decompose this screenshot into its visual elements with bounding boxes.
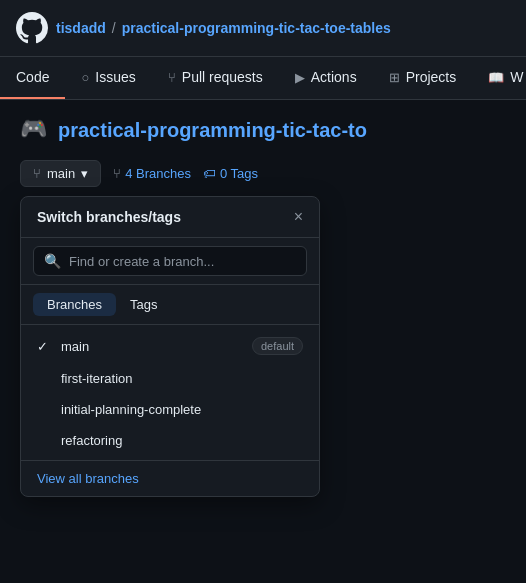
branches-count-link[interactable]: ⑂ 4 Branches bbox=[113, 166, 191, 181]
tab-wiki[interactable]: 📖 W bbox=[472, 57, 526, 99]
tags-count-link[interactable]: 🏷 0 Tags bbox=[203, 166, 258, 181]
nav-tabs: Code ○ Issues ⑂ Pull requests ▶ Actions … bbox=[0, 57, 526, 100]
tags-tab-label: Tags bbox=[130, 297, 157, 312]
projects-label: Projects bbox=[406, 69, 457, 85]
dropdown-header: Switch branches/tags × bbox=[21, 197, 319, 238]
view-all-branches-link[interactable]: View all branches bbox=[21, 460, 319, 496]
dropdown-tabs: Branches Tags bbox=[21, 285, 319, 325]
branch-item-initial-planning-left: initial-planning-complete bbox=[37, 402, 201, 417]
branch-label: main bbox=[47, 166, 75, 181]
tab-projects[interactable]: ⊞ Projects bbox=[373, 57, 473, 99]
tab-code[interactable]: Code bbox=[0, 57, 65, 99]
branch-item-main-left: ✓ main bbox=[37, 339, 89, 354]
tab-actions[interactable]: ▶ Actions bbox=[279, 57, 373, 99]
branch-item-first-iteration[interactable]: first-iteration bbox=[21, 363, 319, 394]
search-input-wrapper: 🔍 bbox=[33, 246, 307, 276]
actions-label: Actions bbox=[311, 69, 357, 85]
breadcrumb-user[interactable]: tisdadd bbox=[56, 20, 106, 36]
branch-item-initial-planning[interactable]: initial-planning-complete bbox=[21, 394, 319, 425]
pull-requests-icon: ⑂ bbox=[168, 70, 176, 85]
branch-dropdown: Switch branches/tags × 🔍 Branches Tags bbox=[20, 196, 320, 497]
branch-name-initial-planning: initial-planning-complete bbox=[61, 402, 201, 417]
branches-tab-label: Branches bbox=[47, 297, 102, 312]
branch-item-main[interactable]: ✓ main default bbox=[21, 329, 319, 363]
main-content: 🎮 practical-programming-tic-tac-to ⑂ mai… bbox=[0, 100, 526, 511]
wiki-label: W bbox=[510, 69, 523, 85]
tab-tags[interactable]: Tags bbox=[116, 293, 171, 316]
branch-item-refactoring-left: refactoring bbox=[37, 433, 122, 448]
breadcrumb-repo[interactable]: practical-programming-tic-tac-toe-tables bbox=[122, 20, 391, 36]
branch-name-main: main bbox=[61, 339, 89, 354]
dropdown-title: Switch branches/tags bbox=[37, 209, 181, 225]
branch-count-icon: ⑂ bbox=[113, 166, 121, 181]
code-label: Code bbox=[16, 69, 49, 85]
chevron-down-icon: ▾ bbox=[81, 166, 88, 181]
issues-label: Issues bbox=[95, 69, 135, 85]
branch-spacer-1 bbox=[37, 371, 53, 386]
projects-icon: ⊞ bbox=[389, 70, 400, 85]
branch-row: ⑂ main ▾ ⑂ 4 Branches 🏷 0 Tags Switch br… bbox=[20, 160, 506, 187]
tab-branches[interactable]: Branches bbox=[33, 293, 116, 316]
branch-spacer-3 bbox=[37, 433, 53, 448]
branch-name-refactoring: refactoring bbox=[61, 433, 122, 448]
branch-icon: ⑂ bbox=[33, 166, 41, 181]
breadcrumb-separator: / bbox=[112, 20, 116, 36]
header: tisdadd / practical-programming-tic-tac-… bbox=[0, 0, 526, 57]
close-icon[interactable]: × bbox=[294, 209, 303, 225]
repo-title-row: 🎮 practical-programming-tic-tac-to bbox=[20, 116, 506, 144]
github-logo-icon bbox=[16, 12, 48, 44]
pull-requests-label: Pull requests bbox=[182, 69, 263, 85]
branch-item-first-iteration-left: first-iteration bbox=[37, 371, 133, 386]
default-badge: default bbox=[252, 337, 303, 355]
actions-icon: ▶ bbox=[295, 70, 305, 85]
branch-search-area: 🔍 bbox=[21, 238, 319, 285]
tab-issues[interactable]: ○ Issues bbox=[65, 57, 151, 99]
branch-item-refactoring[interactable]: refactoring bbox=[21, 425, 319, 456]
issues-icon: ○ bbox=[81, 70, 89, 85]
breadcrumb: tisdadd / practical-programming-tic-tac-… bbox=[56, 20, 391, 36]
branch-list: ✓ main default first-iteration bbox=[21, 325, 319, 460]
branch-selector-button[interactable]: ⑂ main ▾ bbox=[20, 160, 101, 187]
branch-spacer-2 bbox=[37, 402, 53, 417]
tab-pull-requests[interactable]: ⑂ Pull requests bbox=[152, 57, 279, 99]
search-icon: 🔍 bbox=[44, 253, 61, 269]
branch-name-first-iteration: first-iteration bbox=[61, 371, 133, 386]
wiki-icon: 📖 bbox=[488, 70, 504, 85]
repo-title[interactable]: practical-programming-tic-tac-to bbox=[58, 119, 367, 142]
branches-count-label: 4 Branches bbox=[125, 166, 191, 181]
tags-count-label: 0 Tags bbox=[220, 166, 258, 181]
branch-search-input[interactable] bbox=[69, 254, 296, 269]
repo-emoji: 🎮 bbox=[20, 116, 48, 144]
current-branch-checkmark: ✓ bbox=[37, 339, 53, 354]
tag-icon: 🏷 bbox=[203, 166, 216, 181]
